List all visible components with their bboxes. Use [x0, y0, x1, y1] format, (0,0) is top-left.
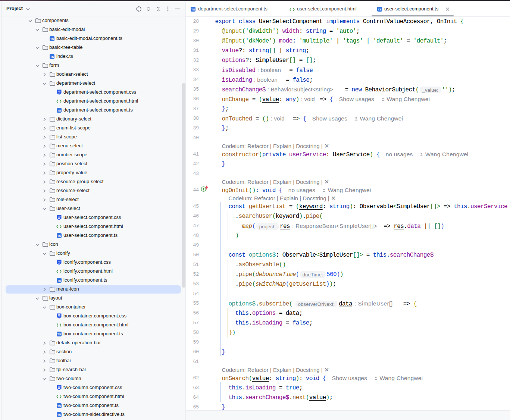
svg-text:TS: TS — [50, 55, 54, 59]
svg-text:TS: TS — [191, 8, 195, 11]
svg-text:TS: TS — [57, 404, 61, 408]
svg-text:TS: TS — [378, 8, 382, 11]
svg-text:TS: TS — [57, 109, 61, 112]
svg-text:TS: TS — [57, 333, 61, 336]
svg-text:TS: TS — [57, 279, 61, 282]
svg-text:TS: TS — [57, 234, 61, 238]
svg-text:TS: TS — [57, 413, 61, 417]
svg-text:TS: TS — [50, 37, 54, 41]
